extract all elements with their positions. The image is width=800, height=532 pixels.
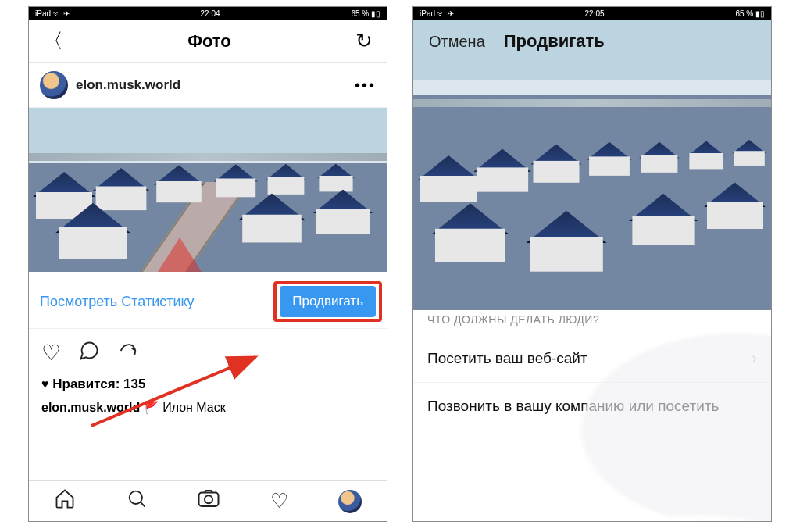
screen-photo: 〈 Фото ↻ elon.musk.world ••• xyxy=(29,20,387,521)
phone-right: iPad ᯤ ✈︎ 22:05 65 % ▮▯ Отмена Продвигат… xyxy=(412,6,772,522)
status-right: 65 % ▮▯ xyxy=(735,9,765,18)
status-time: 22:05 xyxy=(584,9,604,18)
avatar[interactable] xyxy=(40,71,68,99)
username[interactable]: elon.musk.world xyxy=(76,77,180,93)
post-image[interactable] xyxy=(29,108,387,272)
promote-row: Посмотреть Статистику Продвигать xyxy=(29,272,387,329)
refresh-icon[interactable]: ↻ xyxy=(355,29,373,53)
status-bar: iPad ᯤ ✈︎ 22:04 65 % ▮▯ xyxy=(29,7,387,20)
preview-image xyxy=(413,63,771,287)
tab-search-icon[interactable] xyxy=(126,487,148,515)
navbar: Отмена Продвигать xyxy=(413,20,771,63)
view-stats-link[interactable]: Посмотреть Статистику xyxy=(40,294,195,310)
status-left: iPad ᯤ ✈︎ xyxy=(420,9,454,18)
tab-bar: ♡ xyxy=(29,480,387,521)
status-left: iPad ᯤ ✈︎ xyxy=(35,9,70,18)
likes-label: Нравится: 135 xyxy=(52,377,145,391)
svg-point-2 xyxy=(205,495,212,503)
caption-text: Илон Маск xyxy=(162,401,226,414)
post-header: elon.musk.world ••• xyxy=(29,63,387,108)
svg-rect-1 xyxy=(199,493,219,507)
status-right: 65 % ▮▯ xyxy=(351,9,380,18)
like-icon[interactable]: ♡ xyxy=(41,340,61,367)
likes-row[interactable]: ♥ Нравится: 135 xyxy=(29,373,387,395)
comment-icon[interactable] xyxy=(78,340,100,367)
status-time: 22:04 xyxy=(200,9,220,18)
tab-home-icon[interactable] xyxy=(54,487,76,515)
flag-icon: 🚩 xyxy=(144,401,162,414)
tab-profile-icon[interactable] xyxy=(338,490,362,513)
caption-username[interactable]: elon.musk.world xyxy=(41,401,140,414)
chevron-right-icon: › xyxy=(752,348,757,369)
option-label: Позвонить в вашу компанию или посетить xyxy=(427,398,719,415)
user-row[interactable]: elon.musk.world xyxy=(40,71,180,99)
heart-icon: ♥ xyxy=(41,377,49,391)
screen-promote: Отмена Продвигать ЧТО ДОЛЖНЫ ДЕЛАТЬ ЛЮДИ… xyxy=(413,20,771,521)
share-icon[interactable] xyxy=(117,340,139,367)
option-label: Посетить ваш веб-сайт xyxy=(427,350,588,367)
status-bar: iPad ᯤ ✈︎ 22:05 65 % ▮▯ xyxy=(413,7,771,20)
caption: elon.musk.world 🚩 Илон Маск xyxy=(29,395,387,415)
tab-camera-icon[interactable] xyxy=(197,487,220,516)
section-header: ЧТО ДОЛЖНЫ ДЕЛАТЬ ЛЮДИ? xyxy=(413,296,771,332)
page-title: Продвигать xyxy=(504,31,605,52)
option-call-company[interactable]: Позвонить в вашу компанию или посетить xyxy=(413,382,771,430)
tab-activity-icon[interactable]: ♡ xyxy=(270,489,288,513)
option-visit-website[interactable]: Посетить ваш веб-сайт › xyxy=(413,334,771,382)
back-icon[interactable]: 〈 xyxy=(43,27,63,55)
promote-button[interactable]: Продвигать xyxy=(280,286,376,317)
svg-point-0 xyxy=(129,491,141,504)
navbar: 〈 Фото ↻ xyxy=(29,20,387,63)
cancel-button[interactable]: Отмена xyxy=(429,33,485,51)
actions-row: ♡ xyxy=(29,329,387,373)
more-icon[interactable]: ••• xyxy=(355,77,376,95)
page-title: Фото xyxy=(188,31,231,52)
phone-left: iPad ᯤ ✈︎ 22:04 65 % ▮▯ 〈 Фото ↻ elon.mu… xyxy=(28,6,388,522)
